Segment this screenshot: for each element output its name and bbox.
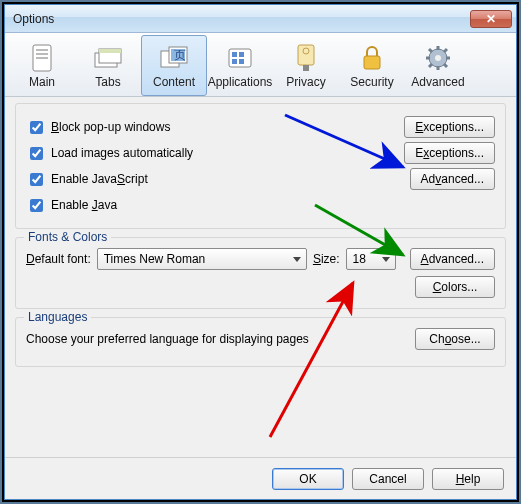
fonts-colors-group: Fonts & Colors Default font: Times New R…	[15, 237, 506, 309]
tab-main[interactable]: Main	[9, 35, 75, 96]
svg-line-29	[429, 64, 432, 67]
default-font-select[interactable]: Times New Roman	[97, 248, 307, 270]
help-button[interactable]: Help	[432, 468, 504, 490]
svg-line-27	[444, 64, 447, 67]
titlebar[interactable]: Options ✕	[5, 5, 516, 33]
tab-advanced[interactable]: Advanced	[405, 35, 471, 96]
content-panel: Block pop-up windows Exceptions... Load …	[5, 97, 516, 457]
default-font-label: Default font:	[26, 252, 91, 266]
enable-java-checkbox[interactable]	[30, 199, 43, 212]
languages-group-title: Languages	[24, 310, 91, 324]
gear-icon	[423, 43, 453, 73]
security-icon	[357, 43, 387, 73]
svg-point-21	[435, 55, 441, 61]
privacy-icon	[291, 43, 321, 73]
window-title: Options	[13, 12, 470, 26]
load-images-label: Load images automatically	[51, 146, 193, 160]
svg-rect-14	[232, 59, 237, 64]
js-advanced-button[interactable]: Advanced...	[410, 168, 495, 190]
content-icon: 页	[159, 43, 189, 73]
svg-rect-19	[364, 56, 380, 69]
images-exceptions-button[interactable]: Exceptions...	[404, 142, 495, 164]
svg-rect-13	[239, 52, 244, 57]
fonts-group-title: Fonts & Colors	[24, 230, 111, 244]
enable-js-label: Enable JavaScript	[51, 172, 148, 186]
applications-icon	[225, 43, 255, 73]
cancel-button[interactable]: Cancel	[352, 468, 424, 490]
svg-text:页: 页	[174, 48, 186, 62]
svg-rect-15	[239, 59, 244, 64]
svg-line-26	[429, 49, 432, 52]
enable-java-label: Enable Java	[51, 198, 117, 212]
tab-applications[interactable]: Applications	[207, 35, 273, 96]
tabs-icon	[93, 43, 123, 73]
languages-group: Languages Choose your preferred language…	[15, 317, 506, 367]
options-window: Options ✕ Main Tabs 页 Content	[4, 4, 517, 500]
block-popups-label: Block pop-up windows	[51, 120, 170, 134]
svg-line-28	[444, 49, 447, 52]
colors-button[interactable]: Colors...	[415, 276, 495, 298]
load-images-checkbox[interactable]	[30, 147, 43, 160]
font-size-select[interactable]: 18	[346, 248, 396, 270]
svg-rect-11	[229, 49, 251, 67]
main-icon	[27, 43, 57, 73]
svg-rect-3	[36, 57, 48, 59]
dialog-buttons: OK Cancel Help	[5, 457, 516, 499]
close-icon: ✕	[486, 12, 496, 26]
fonts-advanced-button[interactable]: Advanced...	[410, 248, 495, 270]
svg-rect-18	[303, 65, 309, 71]
svg-rect-2	[36, 53, 48, 55]
tab-security[interactable]: Security	[339, 35, 405, 96]
close-button[interactable]: ✕	[470, 10, 512, 28]
svg-rect-1	[36, 49, 48, 51]
tab-content[interactable]: 页 Content	[141, 35, 207, 96]
ok-button[interactable]: OK	[272, 468, 344, 490]
languages-text: Choose your preferred language for displ…	[26, 332, 309, 346]
content-settings-group: Block pop-up windows Exceptions... Load …	[15, 103, 506, 229]
block-popups-checkbox[interactable]	[30, 121, 43, 134]
tab-tabs[interactable]: Tabs	[75, 35, 141, 96]
svg-rect-6	[99, 49, 121, 53]
tab-privacy[interactable]: Privacy	[273, 35, 339, 96]
popups-exceptions-button[interactable]: Exceptions...	[404, 116, 495, 138]
enable-js-checkbox[interactable]	[30, 173, 43, 186]
category-toolbar: Main Tabs 页 Content Applications Privacy	[5, 33, 516, 97]
choose-language-button[interactable]: Choose...	[415, 328, 495, 350]
size-label: Size:	[313, 252, 340, 266]
svg-rect-12	[232, 52, 237, 57]
